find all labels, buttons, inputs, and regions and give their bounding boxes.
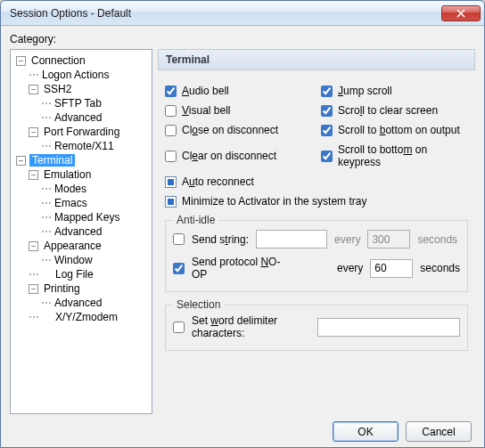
- tree-terminal[interactable]: −Terminal: [14, 153, 150, 167]
- noop-interval-input[interactable]: [370, 259, 413, 278]
- checkbox-jump-scroll[interactable]: [321, 86, 333, 97]
- word-delim-input[interactable]: [317, 318, 460, 337]
- every-label-1: every: [334, 233, 360, 246]
- checkbox-visual-bell[interactable]: [165, 105, 177, 117]
- opt-close-disconnect[interactable]: Close on disconnect: [165, 124, 312, 136]
- window-title: Session Options - Default: [10, 7, 441, 20]
- opt-scroll-clear[interactable]: Scroll to clear screen: [321, 104, 468, 117]
- titlebar: Session Options - Default: [1, 1, 484, 26]
- opt-scroll-output[interactable]: Scroll to bottom on output: [321, 124, 468, 136]
- checkbox-clear-disconnect[interactable]: [165, 151, 177, 162]
- collapse-icon[interactable]: −: [29, 241, 38, 251]
- tree-emu-advanced[interactable]: Advanced: [39, 224, 150, 239]
- opt-audio-bell[interactable]: Audio bell: [165, 85, 312, 97]
- checkbox-scroll-keypress[interactable]: [321, 151, 333, 162]
- opt-jump-scroll[interactable]: Jump scroll: [321, 85, 468, 97]
- collapse-icon[interactable]: −: [16, 156, 26, 166]
- dialog-window: Session Options - Default Category: −Con…: [0, 0, 485, 448]
- send-string-input[interactable]: [256, 230, 327, 248]
- tree-printing-advanced[interactable]: Advanced: [39, 296, 150, 310]
- tree-mapped-keys[interactable]: Mapped Keys: [39, 210, 150, 224]
- send-string-label: Send string:: [192, 233, 249, 246]
- collapse-icon[interactable]: −: [29, 284, 38, 294]
- anti-idle-group: Anti-idle Send string: every seconds Sen…: [165, 220, 468, 292]
- checkbox-send-string[interactable]: [173, 233, 185, 245]
- collapse-icon[interactable]: −: [29, 170, 38, 180]
- checkbox-word-delim[interactable]: [173, 322, 185, 333]
- tree-connection[interactable]: −Connection: [14, 53, 150, 68]
- category-label: Category:: [10, 33, 475, 45]
- tree-log-file[interactable]: Log File: [27, 267, 150, 281]
- tree-modes[interactable]: Modes: [39, 182, 150, 196]
- settings-panel: Terminal Audio bell Jump scroll Visual b…: [158, 49, 475, 414]
- checkbox-close-disconnect[interactable]: [165, 125, 177, 136]
- anti-idle-legend: Anti-idle: [173, 214, 218, 226]
- checkbox-minimize-tray[interactable]: [165, 196, 177, 208]
- checkbox-send-noop[interactable]: [173, 263, 185, 274]
- opt-clear-disconnect[interactable]: Clear on disconnect: [165, 143, 312, 168]
- collapse-icon[interactable]: −: [16, 56, 26, 66]
- checkbox-auto-reconnect[interactable]: [165, 176, 177, 188]
- word-delim-label: Set word delimiter characters:: [192, 314, 310, 339]
- cancel-button[interactable]: Cancel: [406, 421, 472, 442]
- opt-visual-bell[interactable]: Visual bell: [165, 104, 312, 117]
- close-icon: [456, 9, 465, 18]
- checkbox-scroll-output[interactable]: [321, 125, 333, 136]
- collapse-icon[interactable]: −: [29, 85, 38, 94]
- selection-legend: Selection: [173, 298, 224, 311]
- selection-group: Selection Set word delimiter characters:: [165, 305, 468, 351]
- tree-appearance-window[interactable]: Window: [39, 253, 150, 267]
- tree-ssh-advanced[interactable]: Advanced: [39, 110, 150, 125]
- tree-emacs[interactable]: Emacs: [39, 196, 150, 210]
- panel-title: Terminal: [158, 49, 475, 70]
- tree-remote-x11[interactable]: Remote/X11: [39, 139, 150, 153]
- close-button[interactable]: [441, 5, 481, 21]
- collapse-icon[interactable]: −: [29, 127, 38, 137]
- tree-sftp-tab[interactable]: SFTP Tab: [39, 96, 150, 110]
- checkbox-audio-bell[interactable]: [165, 86, 177, 97]
- seconds-label-2: seconds: [420, 262, 460, 274]
- opt-scroll-keypress[interactable]: Scroll to bottom on keypress: [321, 143, 468, 168]
- tree-logon-actions[interactable]: Logon Actions: [27, 68, 150, 82]
- checkbox-scroll-clear[interactable]: [321, 105, 333, 117]
- tree-xyzmodem[interactable]: X/Y/Zmodem: [27, 310, 150, 324]
- tree-ssh2[interactable]: −SSH2: [27, 82, 150, 96]
- ok-button[interactable]: OK: [333, 421, 399, 442]
- tree-port-forwarding[interactable]: −Port Forwarding: [27, 125, 150, 139]
- send-string-interval: [367, 230, 410, 248]
- dialog-buttons: OK Cancel: [10, 414, 475, 442]
- send-noop-label: Send protocol NO-OP: [192, 256, 293, 281]
- seconds-label-1: seconds: [417, 233, 457, 246]
- tree-printing[interactable]: −Printing: [27, 281, 150, 296]
- opt-minimize-tray[interactable]: Minimize to Activator in the system tray: [165, 195, 468, 208]
- tree-appearance[interactable]: −Appearance: [27, 239, 150, 253]
- tree-emulation[interactable]: −Emulation: [27, 167, 150, 182]
- every-label-2: every: [337, 262, 363, 274]
- opt-auto-reconnect[interactable]: Auto reconnect: [165, 175, 468, 188]
- category-tree[interactable]: −Connection Logon Actions −SSH2 SFTP Tab…: [10, 49, 152, 414]
